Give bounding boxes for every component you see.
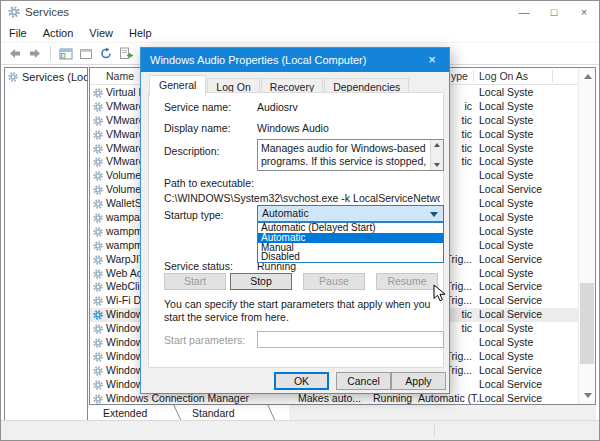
start-parameters-input[interactable] — [257, 331, 444, 348]
service-log-on-as: Local Syste — [479, 350, 533, 364]
services-node-icon — [8, 72, 18, 82]
dialog-close-icon[interactable]: × — [415, 48, 449, 72]
service-gear-icon — [93, 157, 103, 169]
service-log-on-as: Local Service — [479, 253, 542, 267]
list-scrollbar[interactable] — [578, 68, 595, 404]
export-list-icon[interactable] — [117, 45, 135, 63]
description-text: Manages audio for Windows-based programs… — [261, 142, 426, 171]
description-box[interactable]: Manages audio for Windows-based programs… — [257, 139, 444, 171]
services-app-icon — [8, 6, 20, 18]
properties-dialog: Windows Audio Properties (Local Computer… — [140, 47, 450, 394]
service-name-label: Service name: — [164, 101, 231, 113]
apply-button[interactable]: Apply — [391, 372, 446, 390]
service-gear-icon — [93, 269, 103, 281]
menu-file[interactable]: File — [1, 27, 35, 39]
scroll-down-icon[interactable] — [434, 163, 440, 167]
start-button[interactable]: Start — [164, 273, 226, 290]
path-label: Path to executable: — [164, 177, 254, 189]
toolbar-separator — [50, 46, 51, 61]
service-log-on-as: Local Syste — [479, 197, 533, 211]
dropdown-option[interactable]: Automatic (Delayed Start) — [258, 223, 443, 233]
tree-item-services-local[interactable]: Services (Local) — [5, 68, 87, 83]
dialog-title: Windows Audio Properties (Local Computer… — [150, 54, 366, 66]
resume-button[interactable]: Resume — [376, 273, 438, 290]
startup-type-dropdown: Automatic (Delayed Start)AutomaticManual… — [257, 222, 444, 263]
tab-standard[interactable]: Standard — [192, 407, 235, 419]
service-status-label: Service status: — [164, 260, 233, 272]
service-log-on-as: Local Service — [479, 308, 542, 322]
menu-help[interactable]: Help — [121, 27, 160, 39]
service-gear-icon — [93, 324, 103, 336]
service-log-on-as: Local Syste — [479, 322, 533, 336]
service-log-on-as: Local Syste — [479, 128, 533, 142]
dropdown-option[interactable]: Automatic — [258, 233, 443, 243]
cancel-button[interactable]: Cancel — [336, 372, 391, 390]
minimize-button[interactable]: — — [509, 1, 539, 23]
stop-button[interactable]: Stop — [230, 273, 292, 290]
service-log-on-as: Local Syste — [479, 114, 533, 128]
service-gear-icon — [93, 171, 103, 183]
tab-extended[interactable]: Extended — [103, 407, 147, 419]
service-gear-icon — [93, 102, 103, 114]
service-gear-icon — [93, 394, 103, 405]
show-console-tree-icon[interactable] — [57, 45, 75, 63]
startup-type-label: Startup type: — [164, 209, 224, 221]
service-gear-icon — [93, 130, 103, 142]
service-log-on-as: Local Syste — [479, 336, 533, 350]
column-divider[interactable] — [552, 70, 553, 82]
properties-window-icon[interactable] — [77, 45, 95, 63]
chevron-down-icon[interactable] — [430, 212, 438, 217]
service-gear-icon — [93, 296, 103, 308]
refresh-icon[interactable] — [97, 45, 115, 63]
service-gear-icon — [93, 199, 103, 211]
dropdown-option[interactable]: Manual — [258, 243, 443, 253]
service-log-on-as: Local Service — [479, 364, 542, 378]
service-log-on-as: Local Syste — [479, 86, 533, 100]
menu-view[interactable]: View — [81, 27, 121, 39]
service-gear-icon — [93, 366, 103, 378]
scroll-up-icon[interactable] — [434, 143, 440, 147]
service-log-on-as: Local Service — [479, 183, 542, 197]
back-icon[interactable] — [6, 45, 24, 63]
menu-action[interactable]: Action — [35, 27, 82, 39]
ok-button[interactable]: OK — [274, 372, 329, 390]
forward-icon[interactable] — [26, 45, 44, 63]
column-divider[interactable] — [473, 70, 474, 82]
service-log-on-as: Local Syste — [479, 100, 533, 114]
dialog-titlebar: Windows Audio Properties (Local Computer… — [141, 48, 449, 72]
tree-item-label: Services (Local) — [22, 71, 87, 83]
scroll-down-icon[interactable] — [584, 393, 592, 398]
close-button[interactable]: × — [569, 1, 599, 23]
path-value: C:\WINDOWS\System32\svchost.exe -k Local… — [164, 192, 440, 204]
service-gear-icon — [93, 282, 103, 294]
startup-type-combobox[interactable]: Automatic — [257, 205, 444, 222]
service-log-on-as: Local Syste — [479, 225, 533, 239]
column-header-name[interactable]: Name — [106, 70, 134, 82]
service-gear-icon — [93, 338, 103, 350]
dropdown-option[interactable]: Disabled — [258, 252, 443, 262]
display-name-value: Windows Audio — [257, 122, 329, 134]
display-name-label: Display name: — [164, 122, 231, 134]
mouse-cursor — [433, 284, 446, 304]
menu-bar: File Action View Help — [1, 23, 599, 42]
column-header-log-on-as[interactable]: Log On As — [479, 70, 528, 82]
scrollbar-thumb[interactable] — [580, 283, 594, 364]
service-log-on-as: Local Syste — [479, 169, 533, 183]
status-bar — [1, 420, 599, 440]
maximize-button[interactable]: □ — [539, 1, 569, 23]
description-scrollbar[interactable] — [430, 140, 443, 170]
services-window: Services — □ × File Action View Help — [0, 0, 600, 441]
window-title: Services — [25, 6, 69, 18]
start-parameters-note: You can specify the start parameters tha… — [164, 298, 446, 324]
service-gear-icon — [93, 88, 103, 100]
column-header-startup-type[interactable]: ype — [451, 70, 468, 82]
service-log-on-as: Local Syste — [479, 267, 533, 281]
service-log-on-as: Local Syste — [479, 211, 533, 225]
scroll-up-icon[interactable] — [584, 74, 592, 79]
service-log-on-as: Local Syste — [479, 239, 533, 253]
service-gear-icon — [93, 380, 103, 392]
service-gear-icon — [93, 310, 103, 322]
pause-button[interactable]: Pause — [303, 273, 365, 290]
tab-general[interactable]: General — [149, 75, 206, 96]
service-log-on-as: Local Service — [479, 294, 542, 308]
